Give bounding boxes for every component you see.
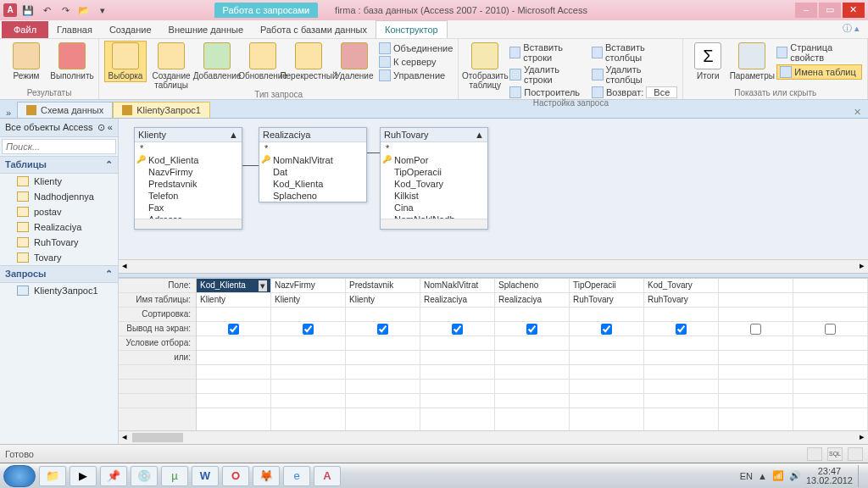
btn-showtable[interactable]: Отобразить таблицу [464,41,506,90]
show-checkbox[interactable] [526,324,537,335]
nav-header[interactable]: Все объекты Access⊙ « [0,119,118,137]
grid-hscroll[interactable]: ◂▸ [119,430,868,444]
diagram-hscroll[interactable]: ◂▸ [119,259,868,273]
nav-table-item[interactable]: Nadhodjennya [0,189,118,204]
table-realizaciya[interactable]: Realizaciya *NomNaklVitratDatKod_Klienta… [259,127,367,202]
show-checkbox[interactable] [825,324,836,335]
nav-cat-queries[interactable]: Запросы⌃ [0,265,118,283]
view-sql-icon[interactable]: SQL [827,447,843,461]
btn-insertrows[interactable]: Вставить строки [509,42,588,63]
btn-builder[interactable]: Построитель [509,86,588,98]
doctab-close-icon[interactable]: ✕ [847,107,868,118]
btn-select[interactable]: Выборка [104,41,147,82]
doctab-schema[interactable]: Схема данных [17,102,113,118]
qat-open-icon[interactable]: 📂 [76,3,92,18]
task-explorer[interactable]: 📁 [39,466,66,486]
grid-column[interactable]: NazvFirmyKlienty [271,279,346,430]
grid-column[interactable] [793,279,868,430]
nav-table-item[interactable]: Tovary [0,250,118,265]
qat-save-icon[interactable]: 💾 [20,3,36,18]
tab-create[interactable]: Создание [101,21,160,38]
btn-append[interactable]: Добавление [196,41,238,80]
chevron-down-icon[interactable]: ⊙ « [97,122,113,133]
task-word[interactable]: W [192,466,219,486]
btn-run[interactable]: Выполнить [51,41,93,80]
qat-undo-icon[interactable]: ↶ [39,3,54,18]
tray-lang[interactable]: EN [740,471,753,481]
show-checkbox[interactable] [228,324,239,335]
tab-dbtools[interactable]: Работа с базами данных [252,21,376,38]
btn-insertcols[interactable]: Вставить столбцы [592,42,677,63]
grid-column[interactable]: Kod_Klienta ▾Klienty [197,279,271,430]
collapse-icon[interactable]: ⌃ [105,159,113,170]
show-checkbox[interactable] [750,324,761,335]
collapse-icon[interactable]: ⌃ [105,269,113,280]
btn-maketable[interactable]: Создание таблицы [150,41,192,90]
btn-crosstab[interactable]: Перекрестный [287,41,330,80]
btn-delete[interactable]: Удаление [333,41,376,80]
nav-query-item[interactable]: KlientyЗапрос1 [0,283,118,298]
btn-return[interactable]: Возврат: Все [592,86,677,98]
btn-union[interactable]: Объединение [379,42,453,54]
btn-deletecols[interactable]: Удалить столбцы [592,64,677,85]
table-klienty[interactable]: Klienty▲ *Kod_KlientaNazvFirmyPredstavni… [134,127,242,230]
grid-columns[interactable]: Kod_Klienta ▾KlientyNazvFirmyKlientyPred… [197,279,868,430]
task-firefox[interactable]: 🦊 [253,466,280,486]
btn-propsheet[interactable]: Страница свойств [776,42,862,63]
btn-deleterows[interactable]: Удалить строки [509,64,588,85]
nav-cat-tables[interactable]: Таблицы⌃ [0,156,118,174]
grid-column[interactable]: NomNaklVitratRealizaciya [420,279,495,430]
view-datasheet-icon[interactable] [807,447,822,461]
minimize-button[interactable]: – [795,3,817,18]
show-checkbox[interactable] [377,324,388,335]
btn-passthrough[interactable]: К серверу [379,56,453,68]
btn-tablenames[interactable]: Имена таблиц [776,64,862,80]
grid-column[interactable] [719,279,793,430]
grid-column[interactable]: TipOperaciiRuhTovary [570,279,644,430]
tray-volume-icon[interactable]: 🔊 [789,470,801,481]
btn-totals[interactable]: ΣИтоги [688,41,727,80]
tab-external[interactable]: Внешние данные [160,21,252,38]
close-button[interactable]: ✕ [843,3,865,18]
help-icon[interactable]: ⓘ ▴ [834,19,868,38]
btn-update[interactable]: Обновление [242,41,284,80]
task-ie[interactable]: e [283,466,310,486]
tray-network-icon[interactable]: 📶 [772,470,784,481]
tab-home[interactable]: Главная [48,21,101,38]
relationship-diagram[interactable]: Klienty▲ *Kod_KlientaNazvFirmyPredstavni… [119,119,868,259]
maximize-button[interactable]: ▭ [819,3,841,18]
task-utorrent[interactable]: µ [161,466,188,486]
btn-view[interactable]: Режим [5,41,47,80]
grid-column[interactable]: Kod_TovaryRuhTovary [644,279,719,430]
tab-designer[interactable]: Конструктор [376,20,448,38]
btn-params[interactable]: Параметры [731,41,773,80]
show-checkbox[interactable] [601,324,612,335]
tray-clock[interactable]: 23:4713.02.2012 [806,467,853,485]
task-player[interactable]: ▶ [70,466,97,486]
qat-dropdown-icon[interactable]: ▾ [95,3,110,18]
task-access[interactable]: A [314,466,341,486]
show-checkbox[interactable] [303,324,314,335]
table-ruhtovary[interactable]: RuhTovary▲ *NomPorTipOperaciiKod_TovaryK… [380,127,488,230]
task-opera[interactable]: O [222,466,249,486]
nav-toggle-icon[interactable]: » [0,108,17,118]
show-desktop-button[interactable] [858,465,865,487]
tab-file[interactable]: Файл [2,21,48,38]
task-app[interactable]: 💿 [131,466,158,486]
grid-column[interactable]: PredstavnikKlienty [346,279,420,430]
show-checkbox[interactable] [452,324,463,335]
nav-table-item[interactable]: Klienty [0,174,118,189]
btn-datadef[interactable]: Управление [379,69,453,81]
task-pin[interactable]: 📌 [100,466,127,486]
start-button[interactable] [3,465,36,487]
nav-search-input[interactable] [2,139,116,154]
view-design-icon[interactable] [848,447,863,461]
doctab-query[interactable]: KlientyЗапрос1 [113,102,210,118]
tray-flag-icon[interactable]: ▲ [758,471,767,481]
nav-table-item[interactable]: Realizaciya [0,219,118,235]
grid-column[interactable]: SplachenoRealizaciya [495,279,570,430]
nav-table-item[interactable]: RuhTovary [0,235,118,250]
show-checkbox[interactable] [676,324,687,335]
nav-table-item[interactable]: postav [0,204,118,219]
qat-redo-icon[interactable]: ↷ [58,3,73,18]
